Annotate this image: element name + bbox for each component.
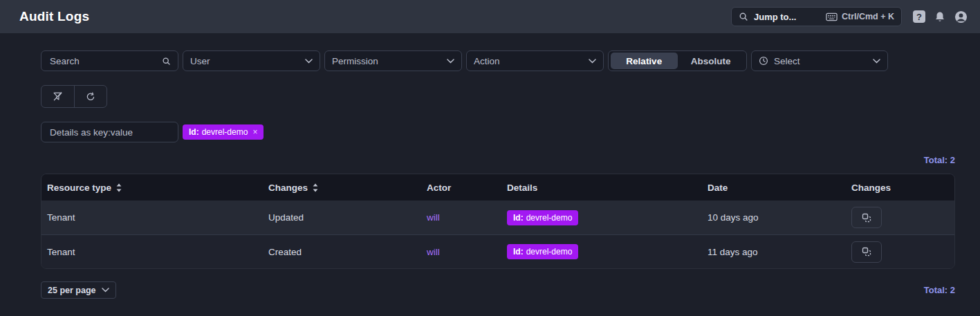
actor-link[interactable]: will bbox=[427, 247, 440, 257]
user-filter-dropdown[interactable]: User bbox=[183, 50, 320, 71]
cell-changes: Updated bbox=[263, 212, 421, 223]
bell-icon[interactable] bbox=[934, 11, 945, 23]
top-bar: Audit Logs Jump to... Ctrl/Cmd + K ? bbox=[0, 0, 980, 33]
audit-log-table: Resource type Changes Actor Details Date… bbox=[41, 174, 955, 269]
table-actions-group bbox=[41, 85, 107, 108]
table-header-row: Resource type Changes Actor Details Date… bbox=[41, 174, 954, 201]
page-title: Audit Logs bbox=[19, 9, 89, 24]
clear-filters-button[interactable] bbox=[41, 86, 74, 107]
sort-icon bbox=[313, 183, 318, 192]
search-input[interactable] bbox=[48, 55, 162, 67]
diff-copy-icon bbox=[861, 212, 872, 223]
cell-details: Id:devrel-demo bbox=[501, 244, 702, 259]
date-mode-absolute[interactable]: Absolute bbox=[678, 53, 745, 69]
cell-actor: will bbox=[421, 247, 501, 257]
chevron-down-icon bbox=[305, 59, 313, 64]
footer-total: Total: 2 bbox=[924, 285, 955, 295]
keyboard-icon bbox=[826, 12, 838, 21]
pagination-row: 25 per page Total: 2 bbox=[41, 281, 955, 299]
table-body: Tenant Updated will Id:devrel-demo 10 da… bbox=[41, 201, 954, 268]
column-header[interactable]: Date bbox=[702, 183, 846, 193]
diff-copy-icon bbox=[861, 246, 872, 257]
action-filter-dropdown[interactable]: Action bbox=[466, 50, 604, 71]
main-content: User Permission Action Relative Absolute bbox=[0, 33, 980, 299]
results-total: Total: 2 bbox=[41, 155, 955, 165]
details-filter-box bbox=[41, 122, 178, 142]
sort-icon bbox=[116, 183, 122, 192]
cell-date: 11 days ago bbox=[702, 247, 846, 257]
cell-resource-type: Tenant bbox=[41, 247, 263, 257]
cell-view-changes bbox=[846, 207, 954, 228]
chevron-down-icon bbox=[102, 288, 109, 292]
actor-link[interactable]: will bbox=[427, 212, 440, 223]
cell-changes: Created bbox=[263, 247, 421, 257]
cell-date: 10 days ago bbox=[702, 212, 846, 223]
table-row: Tenant Updated will Id:devrel-demo 10 da… bbox=[41, 201, 954, 234]
per-page-select[interactable]: 25 per page bbox=[41, 281, 116, 299]
view-changes-button[interactable] bbox=[851, 241, 882, 263]
cell-actor: will bbox=[421, 212, 501, 223]
details-badge: Id:devrel-demo bbox=[507, 244, 578, 259]
column-header[interactable]: Actor bbox=[421, 183, 501, 193]
user-avatar-icon[interactable] bbox=[954, 10, 968, 24]
cell-resource-type: Tenant bbox=[41, 212, 263, 223]
details-filter-input[interactable] bbox=[48, 127, 171, 138]
shortcut-hint: Ctrl/Cmd + K bbox=[842, 12, 894, 21]
jump-to-search[interactable]: Jump to... Ctrl/Cmd + K bbox=[731, 7, 902, 26]
column-header[interactable]: Details bbox=[501, 183, 702, 193]
search-icon bbox=[739, 12, 748, 21]
column-header[interactable]: Changes bbox=[263, 183, 421, 193]
details-badge: Id:devrel-demo bbox=[507, 210, 578, 225]
refresh-button[interactable] bbox=[74, 86, 107, 107]
date-range-select[interactable]: Select bbox=[751, 50, 888, 71]
active-filter-chip: Id:devrel-demo × bbox=[183, 124, 264, 140]
details-filter-row: Id:devrel-demo × bbox=[41, 122, 955, 142]
column-header[interactable]: Resource type bbox=[41, 183, 263, 193]
search-icon bbox=[162, 57, 171, 66]
chevron-down-icon bbox=[447, 59, 454, 64]
view-changes-button[interactable] bbox=[851, 207, 882, 228]
filter-off-icon bbox=[53, 91, 63, 102]
date-mode-toggle: Relative Absolute bbox=[608, 50, 747, 71]
cell-view-changes bbox=[846, 241, 954, 263]
jump-to-label: Jump to... bbox=[754, 12, 796, 22]
clock-icon bbox=[759, 56, 768, 66]
table-row: Tenant Created will Id:devrel-demo 11 da… bbox=[41, 234, 954, 268]
column-header[interactable]: Changes bbox=[846, 183, 954, 193]
date-mode-relative[interactable]: Relative bbox=[611, 53, 678, 69]
help-icon[interactable]: ? bbox=[913, 10, 925, 23]
refresh-icon bbox=[86, 92, 95, 102]
chevron-down-icon bbox=[589, 59, 596, 64]
cell-details: Id:devrel-demo bbox=[501, 210, 702, 225]
filter-row: User Permission Action Relative Absolute bbox=[41, 50, 955, 71]
permission-filter-dropdown[interactable]: Permission bbox=[324, 50, 462, 71]
remove-filter-icon[interactable]: × bbox=[252, 128, 257, 136]
chevron-down-icon bbox=[873, 59, 880, 64]
search-box bbox=[41, 50, 178, 71]
